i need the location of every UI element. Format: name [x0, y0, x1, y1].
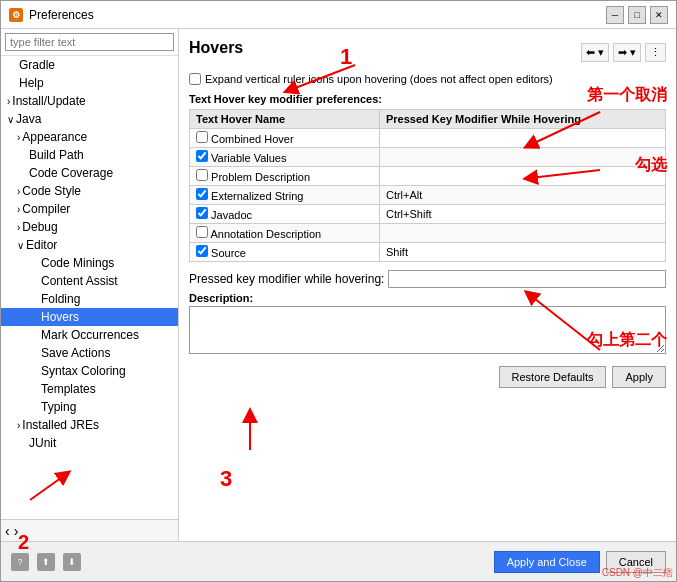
scroll-right-icon[interactable]: ›	[14, 523, 19, 539]
scroll-left-icon[interactable]: ‹	[5, 523, 10, 539]
sidebar-item-appearance[interactable]: ›Appearance	[1, 128, 178, 146]
hover-modifier-cell	[379, 224, 665, 243]
sidebar-item-install_update[interactable]: ›Install/Update	[1, 92, 178, 110]
import-icon[interactable]: ⬆	[37, 553, 55, 571]
hover-checkbox-2[interactable]	[196, 169, 208, 181]
filter-input[interactable]	[5, 33, 174, 51]
hover-checkbox-1[interactable]	[196, 150, 208, 162]
sidebar-item-typing[interactable]: Typing	[1, 398, 178, 416]
hover-modifier-cell	[379, 148, 665, 167]
hover-name-cell: Problem Description	[190, 167, 380, 186]
sidebar-item-content_assist[interactable]: Content Assist	[1, 272, 178, 290]
bottom-left-icons: ? ⬆ ⬇	[11, 553, 81, 571]
main-content: GradleHelp›Install/Update∨Java›Appearanc…	[1, 29, 676, 541]
bottom-right-buttons: Apply and Close Cancel	[494, 551, 666, 573]
title-bar: ⚙ Preferences ─ □ ✕	[1, 1, 676, 29]
hover-name-cell: Source	[190, 243, 380, 262]
hover-modifier-cell: Shift	[379, 243, 665, 262]
panel-button-row: Restore Defaults Apply	[189, 366, 666, 388]
table-row: Combined Hover	[190, 129, 666, 148]
hover-name-cell: Variable Values	[190, 148, 380, 167]
hover-modifier-cell	[379, 167, 665, 186]
apply-button[interactable]: Apply	[612, 366, 666, 388]
sidebar: GradleHelp›Install/Update∨Java›Appearanc…	[1, 29, 179, 541]
restore-defaults-button[interactable]: Restore Defaults	[499, 366, 607, 388]
panel-nav: ⬅ ▾ ➡ ▾ ⋮	[581, 43, 666, 62]
hover-modifier-cell: Ctrl+Alt	[379, 186, 665, 205]
back-button[interactable]: ⬅ ▾	[581, 43, 609, 62]
cancel-button[interactable]: Cancel	[606, 551, 666, 573]
filter-box	[1, 29, 178, 56]
tree: GradleHelp›Install/Update∨Java›Appearanc…	[1, 56, 178, 519]
panel-title: Hovers	[189, 39, 243, 57]
table-row: JavadocCtrl+Shift	[190, 205, 666, 224]
sidebar-item-code_minings[interactable]: Code Minings	[1, 254, 178, 272]
menu-button[interactable]: ⋮	[645, 43, 666, 62]
table-row: Variable Values	[190, 148, 666, 167]
modifier-label: Pressed key modifier while hovering:	[189, 272, 384, 286]
hover-modifier-cell	[379, 129, 665, 148]
table-row: Problem Description	[190, 167, 666, 186]
sidebar-item-debug[interactable]: ›Debug	[1, 218, 178, 236]
sidebar-item-help[interactable]: Help	[1, 74, 178, 92]
hover-modifier-cell: Ctrl+Shift	[379, 205, 665, 224]
window-title: Preferences	[29, 8, 94, 22]
hover-checkbox-5[interactable]	[196, 226, 208, 238]
help-icon[interactable]: ?	[11, 553, 29, 571]
sidebar-item-mark_occurrences[interactable]: Mark Occurrences	[1, 326, 178, 344]
sidebar-bottom: ‹ ›	[1, 519, 178, 541]
table-header: Pressed Key Modifier While Hovering	[379, 110, 665, 129]
hover-name-cell: Combined Hover	[190, 129, 380, 148]
export-icon[interactable]: ⬇	[63, 553, 81, 571]
close-button[interactable]: ✕	[650, 6, 668, 24]
modifier-row: Pressed key modifier while hovering:	[189, 270, 666, 288]
hover-checkbox-3[interactable]	[196, 188, 208, 200]
hover-checkbox-6[interactable]	[196, 245, 208, 257]
panel-header: Hovers ⬅ ▾ ➡ ▾ ⋮	[189, 39, 666, 65]
sidebar-item-compiler[interactable]: ›Compiler	[1, 200, 178, 218]
sidebar-item-save_actions[interactable]: Save Actions	[1, 344, 178, 362]
table-row: Externalized StringCtrl+Alt	[190, 186, 666, 205]
bottom-bar: ? ⬆ ⬇ Apply and Close Cancel	[1, 541, 676, 581]
text-hover-section-label: Text Hover key modifier preferences:	[189, 93, 666, 105]
sidebar-item-junit[interactable]: JUnit	[1, 434, 178, 452]
table-row: SourceShift	[190, 243, 666, 262]
hover-checkbox-0[interactable]	[196, 131, 208, 143]
expand-ruler-row: Expand vertical ruler icons upon hoverin…	[189, 73, 666, 85]
app-icon: ⚙	[9, 8, 23, 22]
hover-name-cell: Externalized String	[190, 186, 380, 205]
maximize-button[interactable]: □	[628, 6, 646, 24]
modifier-input[interactable]	[388, 270, 666, 288]
sidebar-item-java[interactable]: ∨Java	[1, 110, 178, 128]
sidebar-item-hovers[interactable]: Hovers	[1, 308, 178, 326]
sidebar-item-gradle[interactable]: Gradle	[1, 56, 178, 74]
expand-ruler-label: Expand vertical ruler icons upon hoverin…	[205, 73, 553, 85]
hover-checkbox-4[interactable]	[196, 207, 208, 219]
table-row: Annotation Description	[190, 224, 666, 243]
sidebar-item-folding[interactable]: Folding	[1, 290, 178, 308]
table-header: Text Hover Name	[190, 110, 380, 129]
right-panel: Hovers ⬅ ▾ ➡ ▾ ⋮ Expand vertical ruler i…	[179, 29, 676, 541]
expand-ruler-checkbox[interactable]	[189, 73, 201, 85]
sidebar-item-code_style[interactable]: ›Code Style	[1, 182, 178, 200]
description-textarea[interactable]	[189, 306, 666, 354]
sidebar-item-syntax_coloring[interactable]: Syntax Coloring	[1, 362, 178, 380]
hover-name-cell: Annotation Description	[190, 224, 380, 243]
apply-close-button[interactable]: Apply and Close	[494, 551, 600, 573]
sidebar-item-editor[interactable]: ∨Editor	[1, 236, 178, 254]
description-label: Description:	[189, 292, 666, 304]
sidebar-item-build_path[interactable]: Build Path	[1, 146, 178, 164]
minimize-button[interactable]: ─	[606, 6, 624, 24]
sidebar-item-installed_jres[interactable]: ›Installed JREs	[1, 416, 178, 434]
forward-button[interactable]: ➡ ▾	[613, 43, 641, 62]
hover-table: Text Hover NamePressed Key Modifier Whil…	[189, 109, 666, 262]
sidebar-item-templates[interactable]: Templates	[1, 380, 178, 398]
window-controls: ─ □ ✕	[606, 6, 668, 24]
sidebar-item-code_coverage[interactable]: Code Coverage	[1, 164, 178, 182]
hover-name-cell: Javadoc	[190, 205, 380, 224]
